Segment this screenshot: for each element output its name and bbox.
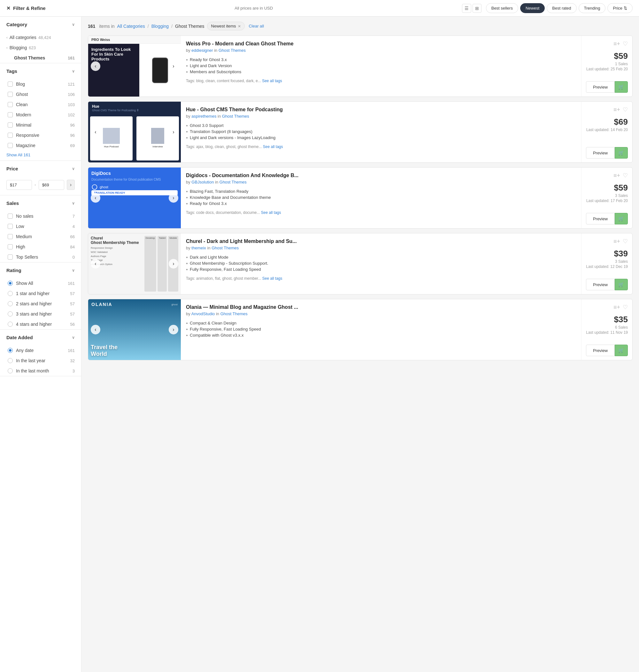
hue-next-btn[interactable]: › <box>169 127 178 137</box>
tag-ghost-checkbox[interactable] <box>8 92 13 97</box>
rating-2-stars[interactable]: 2 stars and higher 57 <box>0 299 81 309</box>
sales-low[interactable]: Low 4 <box>0 221 81 231</box>
sort-price[interactable]: Price ⇅ <box>607 3 633 13</box>
digidocs-author-link[interactable]: GBJsolution <box>191 180 214 184</box>
rating-3-stars[interactable]: 3 stars and higher 57 <box>0 309 81 319</box>
olania-add-to-list-btn[interactable]: ≡+ <box>613 304 620 311</box>
filter-tag-close[interactable]: × <box>238 23 241 29</box>
clear-all-link[interactable]: Clear all <box>249 24 264 28</box>
sort-trending[interactable]: Trending <box>579 3 606 13</box>
filter-refine-btn[interactable]: ✕ Filter & Refine <box>6 5 46 11</box>
weiss-wishlist-btn[interactable]: ♡ <box>623 40 628 47</box>
digi-next-btn[interactable]: › <box>169 193 178 203</box>
hue-category-link[interactable]: Ghost Themes <box>222 114 249 119</box>
churel-see-all-tags[interactable]: See all tags <box>262 276 282 281</box>
date-last-month[interactable]: In the last month 3 <box>0 366 81 376</box>
sort-best-rated[interactable]: Best rated <box>547 3 576 13</box>
weiss-preview-btn[interactable]: Preview <box>586 81 615 93</box>
sales-high[interactable]: High 84 <box>0 242 81 252</box>
digi-prev-btn[interactable]: ‹ <box>91 193 100 203</box>
tag-clean[interactable]: Clean 103 <box>0 100 81 110</box>
hue-see-all-tags[interactable]: See all tags <box>263 144 283 149</box>
tag-responsive[interactable]: Responsive 96 <box>0 130 81 140</box>
date-any-radio[interactable] <box>8 348 13 353</box>
sort-best-sellers[interactable]: Best sellers <box>486 3 518 13</box>
olania-prev-btn[interactable]: ‹ <box>91 325 100 334</box>
sales-top-sellers-checkbox[interactable] <box>8 255 13 260</box>
weiss-next-btn[interactable]: › <box>169 61 178 71</box>
digidocs-category-link[interactable]: Ghost Themes <box>219 180 247 184</box>
sales-top-sellers[interactable]: Top Sellers 0 <box>0 252 81 262</box>
rating-4-stars-radio[interactable] <box>8 322 13 327</box>
tag-minimal[interactable]: Minimal 96 <box>0 120 81 130</box>
churel-wishlist-btn[interactable]: ♡ <box>623 238 628 245</box>
date-last-month-radio[interactable] <box>8 368 13 373</box>
weiss-author-link[interactable]: eddiesigner <box>191 48 213 53</box>
tag-modern-checkbox[interactable] <box>8 112 13 117</box>
churel-author-link[interactable]: themeix <box>191 246 206 250</box>
rating-2-stars-radio[interactable] <box>8 301 13 306</box>
sales-low-checkbox[interactable] <box>8 224 13 229</box>
rating-3-stars-radio[interactable] <box>8 311 13 317</box>
tag-blog-checkbox[interactable] <box>8 81 13 87</box>
hue-prev-btn[interactable]: ‹ <box>91 127 100 137</box>
olania-next-btn[interactable]: › <box>169 325 178 334</box>
digidocs-add-to-list-btn[interactable]: ≡+ <box>613 172 620 179</box>
churel-cart-btn[interactable]: 🛒 <box>615 279 628 290</box>
price-go-btn[interactable]: › <box>67 180 75 190</box>
tag-responsive-checkbox[interactable] <box>8 133 13 138</box>
show-all-tags-link[interactable]: Show All 161 <box>0 151 81 161</box>
churel-preview-btn[interactable]: Preview <box>586 279 615 290</box>
sales-medium[interactable]: Medium 66 <box>0 231 81 242</box>
date-header[interactable]: Date Added ∨ <box>0 330 81 345</box>
grid-view-btn[interactable]: ⊞ <box>472 4 482 13</box>
weiss-add-to-list-btn[interactable]: ≡+ <box>613 40 620 47</box>
weiss-cart-btn[interactable]: 🛒 <box>615 81 628 93</box>
tag-magazine-checkbox[interactable] <box>8 143 13 148</box>
date-last-year[interactable]: In the last year 32 <box>0 355 81 366</box>
tag-ghost[interactable]: Ghost 106 <box>0 89 81 100</box>
date-last-year-radio[interactable] <box>8 358 13 363</box>
sidebar-item-all-categories[interactable]: ‹ All categories 48,424 <box>0 32 81 43</box>
weiss-category-link[interactable]: Ghost Themes <box>219 48 246 53</box>
hue-author-link[interactable]: aspirethemes <box>191 114 216 119</box>
price-header[interactable]: Price ∨ <box>0 161 81 177</box>
hue-preview-btn[interactable]: Preview <box>586 147 615 158</box>
sort-newest[interactable]: Newest <box>520 3 545 13</box>
price-min-input[interactable] <box>6 180 32 190</box>
tags-header[interactable]: Tags ∨ <box>0 63 81 79</box>
tag-minimal-checkbox[interactable] <box>8 122 13 127</box>
rating-1-star-radio[interactable] <box>8 291 13 296</box>
sales-header[interactable]: Sales ∨ <box>0 195 81 211</box>
category-header[interactable]: Category ∨ <box>0 17 81 32</box>
sidebar-item-blogging[interactable]: ‹ Blogging 623 <box>0 43 81 53</box>
sales-high-checkbox[interactable] <box>8 244 13 249</box>
olania-preview-btn[interactable]: Preview <box>586 345 615 356</box>
sales-no-sales-checkbox[interactable] <box>8 214 13 219</box>
churel-prev-btn[interactable]: ‹ <box>91 259 100 269</box>
rating-header[interactable]: Rating ∨ <box>0 262 81 278</box>
tag-modern[interactable]: Modern 102 <box>0 110 81 120</box>
olania-category-link[interactable]: Ghost Themes <box>220 311 248 316</box>
rating-show-all[interactable]: Show All 161 <box>0 278 81 288</box>
bc-all-categories[interactable]: All Categories <box>117 24 145 29</box>
digidocs-preview-btn[interactable]: Preview <box>586 213 615 225</box>
digidocs-see-all-tags[interactable]: See all tags <box>261 210 281 215</box>
digidocs-wishlist-btn[interactable]: ♡ <box>623 172 628 179</box>
hue-wishlist-btn[interactable]: ♡ <box>623 106 628 113</box>
bc-blogging[interactable]: Blogging <box>152 24 169 29</box>
olania-wishlist-btn[interactable]: ♡ <box>623 304 628 311</box>
digidocs-cart-btn[interactable]: 🛒 <box>615 213 628 225</box>
rating-show-all-radio[interactable] <box>8 281 13 286</box>
hue-add-to-list-btn[interactable]: ≡+ <box>613 106 620 113</box>
list-view-btn[interactable]: ☰ <box>462 4 471 13</box>
tag-clean-checkbox[interactable] <box>8 102 13 107</box>
sidebar-item-ghost-themes[interactable]: Ghost Themes 161 <box>0 53 81 63</box>
churel-category-link[interactable]: Ghost Themes <box>212 246 239 250</box>
rating-1-star[interactable]: 1 star and higher 57 <box>0 288 81 299</box>
weiss-prev-btn[interactable]: ‹ <box>91 61 100 71</box>
sales-medium-checkbox[interactable] <box>8 234 13 239</box>
hue-cart-btn[interactable]: 🛒 <box>615 147 628 158</box>
olania-author-link[interactable]: AnvodStudio <box>191 311 215 316</box>
weiss-see-all-tags[interactable]: See all tags <box>262 79 282 83</box>
